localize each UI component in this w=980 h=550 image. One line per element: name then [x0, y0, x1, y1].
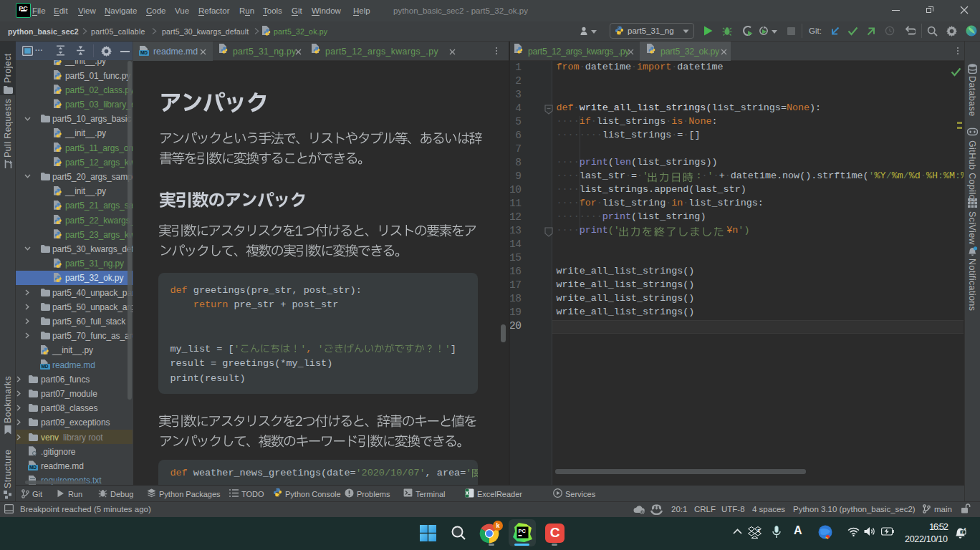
svg-text:z: z [961, 530, 964, 534]
svg-text:PC: PC [519, 528, 527, 534]
svg-text:z: z [964, 526, 966, 531]
svg-text:z: z [757, 527, 760, 534]
